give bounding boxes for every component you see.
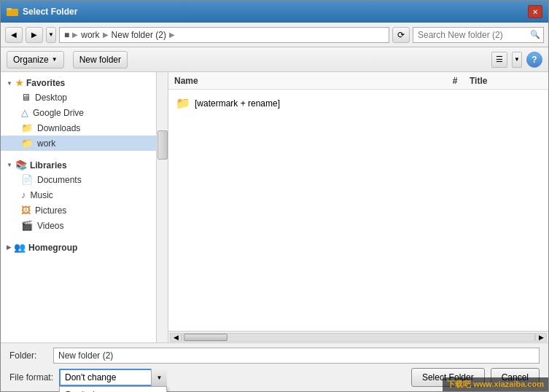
pictures-icon: 🖼 (21, 205, 31, 216)
col-name-header: Name (174, 76, 440, 86)
videos-icon: 🎬 (21, 220, 33, 231)
col-title-header: Title (470, 76, 542, 86)
sidebar-item-documents[interactable]: 📄 Documents (1, 172, 168, 187)
work-label: work (37, 138, 55, 149)
toolbar-right: ☰ ▼ ? (491, 52, 542, 68)
folder-row: Folder: New folder (2) (9, 348, 540, 364)
dropdown-item-dont-change[interactable]: Don't change (60, 387, 166, 392)
pictures-label: Pictures (35, 205, 66, 216)
col-hash-header: # (440, 76, 470, 86)
view-dropdown-button[interactable]: ▼ (512, 52, 522, 68)
documents-label: Documents (37, 175, 82, 185)
folder-item-label: [watermark + rename] (195, 98, 280, 109)
h-scroll-track[interactable] (182, 333, 535, 342)
libraries-label: Libraries (30, 160, 67, 170)
watermark: 下载吧 www.xiazaiba.com (443, 377, 548, 391)
libraries-icon: 📚 (15, 160, 27, 170)
desktop-label: Desktop (35, 93, 67, 103)
path-sep-1: ▶ (72, 31, 78, 39)
h-scroll-thumb[interactable] (184, 334, 227, 341)
sidebar-item-google-drive[interactable]: △ Google Drive (1, 105, 168, 120)
documents-icon: 📄 (21, 174, 33, 185)
file-list: 📁 [watermark + rename] (168, 90, 548, 331)
back-button[interactable]: ◀ (5, 27, 23, 43)
main-content: ▼ ★ Favorites 🖥 Desktop △ Google Drive 📁… (1, 72, 548, 342)
folder-value[interactable]: New folder (2) (53, 348, 540, 364)
toolbar: Organize ▼ New folder ☰ ▼ ? (1, 47, 548, 72)
view-button[interactable]: ☰ (491, 52, 507, 68)
work-folder-icon: 📁 (21, 138, 33, 149)
content-header: Name # Title (168, 72, 548, 90)
help-button[interactable]: ? (526, 52, 542, 68)
search-icon[interactable]: 🔍 (528, 28, 542, 42)
organize-button[interactable]: Organize ▼ (7, 51, 64, 68)
refresh-button[interactable]: ⟳ (392, 27, 410, 43)
organize-arrow-icon: ▼ (52, 56, 58, 63)
dialog-title: Select Folder (23, 7, 77, 17)
sidebar-item-desktop[interactable]: 🖥 Desktop (1, 90, 168, 105)
path-seg-1: work (81, 30, 99, 40)
path-sep-2: ▶ (103, 31, 109, 39)
downloads-icon: 📁 (21, 122, 33, 133)
format-dropdown-menu: Don't change JPEG PNG BMP GIF TIFF (59, 386, 167, 392)
search-input[interactable] (413, 27, 544, 43)
list-item[interactable]: 📁 [watermark + rename] (173, 94, 544, 112)
dropdown-button[interactable]: ▼ (46, 27, 56, 43)
sidebar-item-videos[interactable]: 🎬 Videos (1, 218, 168, 233)
favorites-star-icon: ★ (15, 78, 23, 88)
search-wrapper: 🔍 (413, 27, 544, 43)
sidebar-item-music[interactable]: ♪ Music (1, 187, 168, 203)
sidebar-item-pictures[interactable]: 🖼 Pictures (1, 203, 168, 218)
homegroup-expand: ▶ (7, 244, 11, 251)
music-label: Music (31, 190, 53, 200)
format-label: File format: (9, 372, 53, 383)
address-path[interactable]: ■ ▶ work ▶ New folder (2) ▶ (59, 27, 389, 43)
google-drive-label: Google Drive (33, 108, 84, 118)
sidebar-item-work[interactable]: 📁 work (1, 136, 168, 151)
format-select-wrapper: Don't change ▼ Don't change JPEG PNG BMP… (59, 369, 167, 386)
forward-button[interactable]: ▶ (26, 27, 43, 43)
folder-item-icon: 📁 (176, 96, 190, 110)
dialog-window: Select Folder ✕ ◀ ▶ ▼ ■ ▶ work ▶ New fol… (0, 0, 549, 392)
homegroup-label: Homegroup (28, 243, 77, 253)
sidebar-item-downloads[interactable]: 📁 Downloads (1, 120, 168, 136)
favorites-header: ▼ ★ Favorites (1, 75, 168, 90)
path-sep-3: ▶ (169, 31, 175, 39)
libraries-arrow: ▼ (7, 162, 12, 168)
right-content: Name # Title 📁 [watermark + rename] ◀ ▶ (168, 72, 548, 342)
close-button[interactable]: ✕ (528, 5, 542, 18)
title-bar: Select Folder ✕ (1, 1, 548, 23)
svg-rect-1 (7, 8, 12, 10)
videos-label: Videos (37, 221, 63, 231)
downloads-label: Downloads (37, 123, 80, 133)
h-scrollbar[interactable]: ◀ ▶ (168, 331, 548, 342)
google-drive-icon: △ (21, 107, 28, 118)
homegroup-header: ▶ 👥 Homegroup (1, 239, 168, 254)
path-seg-2: New folder (2) (112, 30, 166, 40)
new-folder-button[interactable]: New folder (73, 51, 128, 68)
left-nav: ▼ ★ Favorites 🖥 Desktop △ Google Drive 📁… (1, 72, 168, 342)
path-root-icon: ■ (64, 30, 69, 40)
title-bar-left: Select Folder (7, 6, 77, 17)
address-bar: ◀ ▶ ▼ ■ ▶ work ▶ New folder (2) ▶ ⟳ 🔍 (1, 23, 548, 47)
folder-icon (7, 6, 18, 17)
favorites-arrow: ▼ (7, 80, 12, 87)
format-select[interactable]: Don't change (59, 369, 167, 386)
desktop-icon: 🖥 (21, 92, 31, 103)
music-icon: ♪ (21, 189, 26, 200)
favorites-label: Favorites (26, 78, 65, 88)
folder-label: Folder: (9, 350, 53, 361)
homegroup-icon: 👥 (14, 242, 26, 253)
libraries-header: ▼ 📚 Libraries (1, 157, 168, 172)
